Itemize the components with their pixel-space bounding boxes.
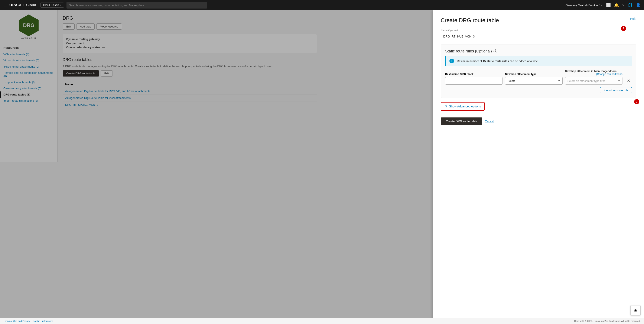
hamburger-menu-icon[interactable]: ☰	[4, 3, 7, 8]
modal-backdrop: Help Create DRG route table Name Optiona…	[0, 10, 322, 162]
top-navigation: ☰ ORACLE Cloud Cloud Classic > Germany C…	[0, 0, 322, 10]
oracle-logo: ORACLE Cloud	[10, 3, 36, 7]
cloud-classic-button[interactable]: Cloud Classic >	[40, 2, 64, 8]
search-input[interactable]	[66, 2, 207, 8]
